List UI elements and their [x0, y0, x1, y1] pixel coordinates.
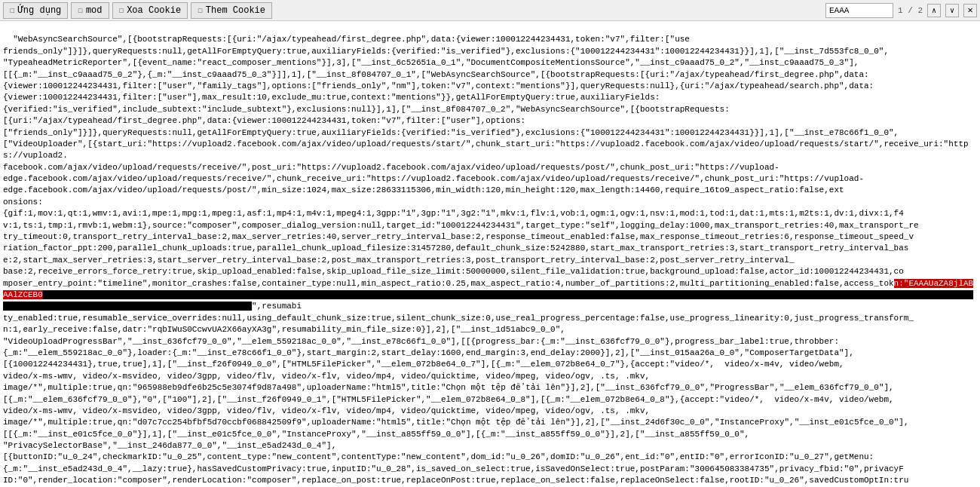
- content-area[interactable]: "WebAsyncSearchSource",[{bootstrapReques…: [0, 21, 980, 487]
- title-bar: ☐ Ứng dụng ☐ mod ☐ Xoa Cookie ☐ Them Coo…: [0, 0, 980, 21]
- search-next-button[interactable]: ∨: [945, 4, 959, 17]
- tab-label-xoa-cookie: Xoa Cookie: [127, 5, 181, 16]
- tab-label-mod: mod: [86, 5, 103, 16]
- tab-mod[interactable]: ☐ mod: [71, 2, 109, 19]
- search-prev-button[interactable]: ∧: [927, 4, 941, 17]
- tab-icon-xoa-cookie: ☐: [119, 5, 124, 15]
- search-input[interactable]: [829, 6, 890, 15]
- tab-ung-dung[interactable]: ☐ Ứng dụng: [3, 2, 68, 19]
- redacted-content: ████████████████████████████████████████…: [3, 290, 973, 311]
- tab-them-cookie[interactable]: ☐ Them Cookie: [191, 2, 272, 19]
- content-text-before: "WebAsyncSearchSource",[{bootstrapReques…: [3, 35, 969, 287]
- tab-icon-mod: ☐: [78, 5, 83, 15]
- tab-label-ung-dung: Ứng dụng: [18, 5, 62, 16]
- search-box: [825, 3, 893, 18]
- tab-icon-ung-dung: ☐: [10, 5, 15, 15]
- tab-xoa-cookie[interactable]: ☐ Xoa Cookie: [112, 2, 188, 19]
- tab-label-them-cookie: Them Cookie: [206, 5, 265, 16]
- close-button[interactable]: ✕: [963, 4, 977, 17]
- tab-list: ☐ Ứng dụng ☐ mod ☐ Xoa Cookie ☐ Them Coo…: [3, 2, 821, 19]
- search-count: 1 / 2: [898, 6, 923, 15]
- search-toolbar: 1 / 2 ∧ ∨ ✕: [825, 3, 977, 18]
- content-text-after: ",resumabi ty_enabled:true,resumable_ser…: [3, 302, 914, 487]
- tab-icon-them-cookie: ☐: [198, 5, 203, 15]
